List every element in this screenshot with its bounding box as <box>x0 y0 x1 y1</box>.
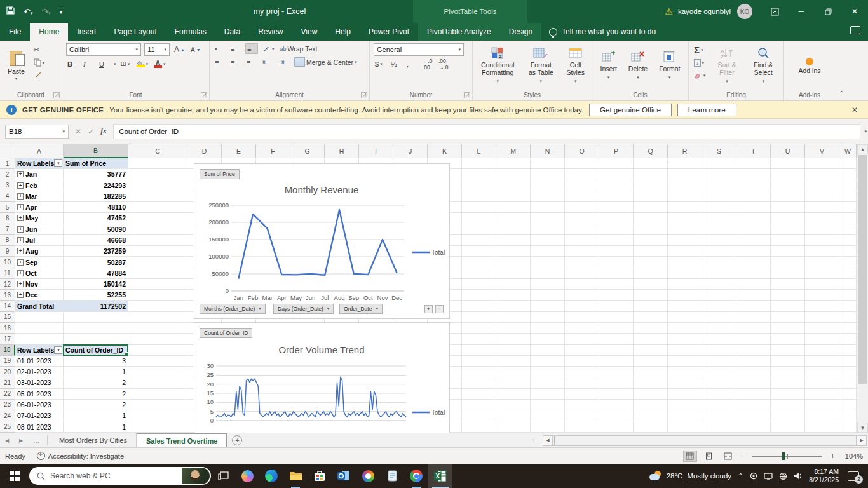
cell-T17[interactable] <box>736 334 771 344</box>
align-bottom-icon[interactable]: ≡ <box>245 43 258 54</box>
tab-formulas[interactable]: Formulas <box>166 23 215 41</box>
cell-C8[interactable] <box>128 235 187 246</box>
cell-U16[interactable] <box>771 323 805 334</box>
cell-W18[interactable] <box>839 345 857 356</box>
tab-home[interactable]: Home <box>30 23 68 41</box>
column-header-K[interactable]: K <box>428 144 462 158</box>
cell-B13[interactable]: 52255 <box>64 290 128 301</box>
hidden-icons-chevron[interactable]: ⌃ <box>738 472 743 480</box>
cell-W8[interactable] <box>839 235 857 246</box>
cell-L8[interactable] <box>462 235 496 246</box>
column-header-N[interactable]: N <box>531 144 565 158</box>
cell-N12[interactable] <box>531 279 565 290</box>
tab-data[interactable]: Data <box>215 23 249 41</box>
column-header-I[interactable]: I <box>359 144 393 158</box>
cell-C24[interactable] <box>128 410 187 421</box>
cell-V7[interactable] <box>805 224 839 235</box>
row-header-5[interactable]: 5 <box>0 202 15 213</box>
cell-A25[interactable]: 08-01-2023 <box>15 421 64 432</box>
cell-U11[interactable] <box>771 268 805 279</box>
cell-V6[interactable] <box>805 213 839 224</box>
cell-C9[interactable] <box>128 246 187 257</box>
search-highlight-image[interactable] <box>182 468 210 484</box>
file-explorer-icon[interactable] <box>283 464 308 488</box>
cell-S14[interactable] <box>702 301 736 311</box>
row-header-10[interactable]: 10 <box>0 257 15 268</box>
cell-U12[interactable] <box>771 279 805 290</box>
row-header-16[interactable]: 16 <box>0 323 15 334</box>
column-header-E[interactable]: E <box>222 144 256 158</box>
cell-N5[interactable] <box>531 202 565 213</box>
row-header-14[interactable]: 14 <box>0 301 15 311</box>
cell-B7[interactable]: 50090 <box>64 224 128 235</box>
cell-V19[interactable] <box>805 356 839 367</box>
microsoft-store-icon[interactable] <box>308 464 332 488</box>
cell-R24[interactable] <box>668 410 702 421</box>
cell-Q25[interactable] <box>634 421 668 432</box>
cell-S12[interactable] <box>702 279 736 290</box>
cell-T7[interactable] <box>736 224 771 235</box>
paste-button[interactable]: Paste▾ <box>4 43 29 89</box>
cell-U15[interactable] <box>771 312 805 323</box>
cell-O16[interactable] <box>565 323 599 334</box>
cell-L11[interactable] <box>462 268 496 279</box>
cell-O11[interactable] <box>565 268 599 279</box>
alignment-dialog-launcher-icon[interactable]: ◿ <box>361 92 367 98</box>
pivot-field-button[interactable]: Count of Order_ID <box>200 328 252 338</box>
row-header-25[interactable]: 25 <box>0 421 15 432</box>
cell-U19[interactable] <box>771 356 805 367</box>
cell-M3[interactable] <box>496 180 531 191</box>
cell-B6[interactable]: 47452 <box>64 213 128 224</box>
cell-B22[interactable]: 2 <box>64 389 128 400</box>
cell-M24[interactable] <box>496 410 531 421</box>
cell-Q18[interactable] <box>634 345 668 356</box>
tab-view[interactable]: View <box>292 23 327 41</box>
tell-me-box[interactable]: Tell me what you want to do <box>541 23 663 41</box>
column-header-D[interactable]: D <box>187 144 222 158</box>
cell-R20[interactable] <box>668 367 702 377</box>
cell-W21[interactable] <box>839 377 857 388</box>
font-dialog-launcher-icon[interactable]: ◿ <box>201 92 207 98</box>
banner-close-icon[interactable]: ✕ <box>848 105 862 114</box>
formula-content[interactable]: Count of Order_ID <box>113 124 860 139</box>
cell-C22[interactable] <box>128 389 187 400</box>
cell-B3[interactable]: 224293 <box>64 180 128 191</box>
cell-A14[interactable]: Grand Total <box>15 301 64 311</box>
excel-icon[interactable]: X <box>428 464 452 488</box>
weather-widget[interactable]: 28°CMostly cloudy <box>649 471 731 481</box>
cell-S5[interactable] <box>702 202 736 213</box>
cell-P14[interactable] <box>599 301 634 311</box>
normal-view-icon[interactable] <box>683 451 697 462</box>
cell-O18[interactable] <box>565 345 599 356</box>
cell-U4[interactable] <box>771 191 805 202</box>
cell-T23[interactable] <box>736 400 771 410</box>
cell-U20[interactable] <box>771 367 805 377</box>
scroll-up-icon[interactable]: ▲ <box>857 144 868 154</box>
increase-indent-icon[interactable]: ⇥ <box>277 57 290 67</box>
align-top-icon[interactable]: ⹀ <box>214 43 226 54</box>
cell-O21[interactable] <box>565 377 599 388</box>
cell-N10[interactable] <box>531 257 565 268</box>
cell-A6[interactable]: +May <box>15 213 64 224</box>
cell-A15[interactable] <box>15 312 64 323</box>
cell-M6[interactable] <box>496 213 531 224</box>
cell-Q17[interactable] <box>634 334 668 344</box>
cell-M5[interactable] <box>496 202 531 213</box>
cell-L16[interactable] <box>462 323 496 334</box>
cell-S7[interactable] <box>702 224 736 235</box>
cell-Q10[interactable] <box>634 257 668 268</box>
cell-N7[interactable] <box>531 224 565 235</box>
vertical-scrollbar[interactable]: ▲ ▼ <box>857 144 868 433</box>
clipboard-dialog-launcher-icon[interactable]: ◿ <box>53 92 60 98</box>
cell-T2[interactable] <box>736 169 771 180</box>
cell-B1[interactable]: Sum of Price <box>64 158 128 169</box>
row-header-4[interactable]: 4 <box>0 191 15 202</box>
font-color-button[interactable]: A▾ <box>153 58 167 69</box>
fill-color-button[interactable]: ▾ <box>135 58 150 69</box>
copy-button[interactable]: ▾ <box>32 57 46 68</box>
cell-W14[interactable] <box>839 301 857 311</box>
cell-M25[interactable] <box>496 421 531 432</box>
font-name-select[interactable]: Calibri▾ <box>66 43 141 56</box>
cell-W7[interactable] <box>839 224 857 235</box>
cell-B11[interactable]: 47884 <box>64 268 128 279</box>
